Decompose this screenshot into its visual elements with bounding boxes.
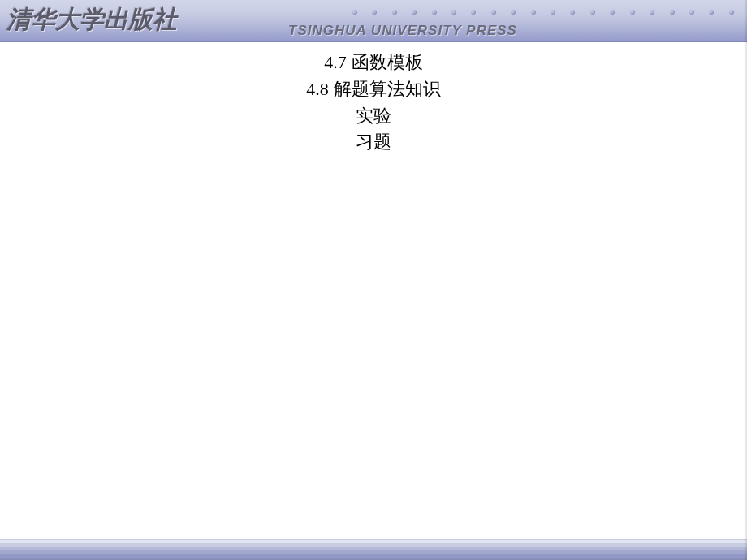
dot-icon	[709, 10, 714, 15]
dot-icon	[352, 10, 357, 15]
dot-icon	[610, 10, 615, 15]
dot-icon	[689, 10, 694, 15]
toc-number: 4.8	[306, 79, 329, 99]
dot-icon	[551, 10, 555, 15]
toc-title: 解题算法知识	[334, 79, 441, 99]
dot-icon	[451, 10, 456, 15]
dot-icon	[729, 10, 734, 15]
dot-icon	[412, 10, 417, 15]
toc-entry: 习题	[0, 130, 747, 155]
dot-icon	[432, 10, 437, 15]
shadow-right	[744, 0, 747, 560]
toc-title: 习题	[356, 131, 391, 152]
toc-entry: 4.7函数模板	[0, 50, 747, 75]
slide-header: 清华大学出版社 TSINGHUA UNIVERSITY PRESS	[0, 0, 747, 42]
publisher-logo: 清华大学出版社	[6, 3, 177, 37]
dot-icon	[471, 10, 476, 15]
decorative-dots	[352, 8, 734, 16]
toc-title: 函数模板	[352, 52, 423, 72]
slide-content: 4.7函数模板 4.8解题算法知识 实验 习题	[0, 50, 747, 155]
dot-icon	[531, 10, 536, 15]
dot-icon	[372, 10, 377, 15]
toc-number: 4.7	[324, 52, 347, 72]
dot-icon	[590, 10, 595, 15]
dot-icon	[650, 10, 654, 15]
dot-icon	[392, 10, 397, 15]
publisher-subtitle: TSINGHUA UNIVERSITY PRESS	[288, 23, 517, 39]
dot-icon	[630, 10, 635, 15]
toc-title: 实验	[356, 106, 391, 126]
dot-icon	[670, 10, 675, 15]
dot-icon	[570, 10, 575, 15]
dot-icon	[511, 10, 516, 15]
dot-icon	[491, 10, 496, 15]
toc-entry: 实验	[0, 104, 747, 129]
toc-entry: 4.8解题算法知识	[0, 77, 747, 102]
